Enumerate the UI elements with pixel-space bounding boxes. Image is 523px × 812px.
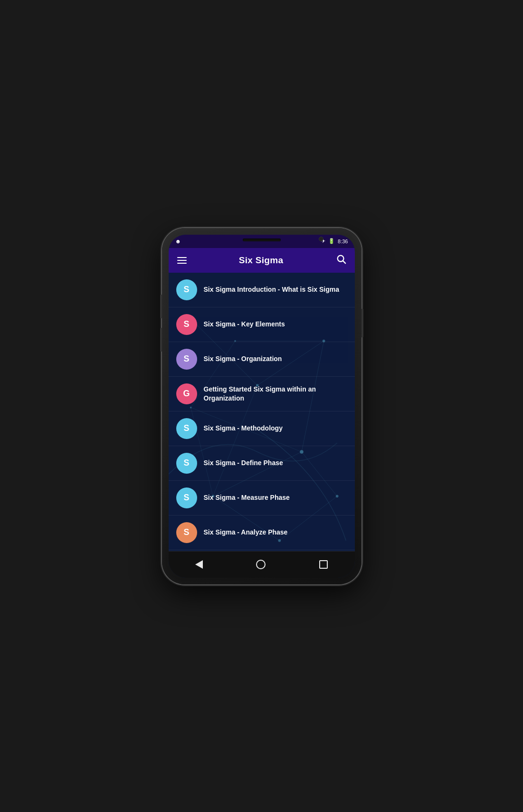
menu-line-3 bbox=[177, 263, 187, 264]
avatar: S bbox=[176, 453, 197, 474]
list-item[interactable]: SSix Sigma - Define Phase bbox=[169, 446, 355, 481]
time-display: 8:36 bbox=[338, 239, 348, 244]
list-item[interactable]: SSix Sigma - Methodology bbox=[169, 411, 355, 446]
menu-line-1 bbox=[177, 257, 187, 258]
list-item[interactable]: SSix Sigma - Key Elements bbox=[169, 307, 355, 342]
item-title: Six Sigma - Organization bbox=[204, 354, 282, 363]
avatar: G bbox=[176, 383, 197, 404]
volume-up-button[interactable] bbox=[160, 295, 162, 318]
content-area: SSix Sigma Introduction - What is Six Si… bbox=[169, 273, 355, 551]
battery-icon: 🔋 bbox=[328, 238, 335, 244]
bottom-nav bbox=[169, 551, 355, 578]
recents-button[interactable] bbox=[314, 555, 333, 573]
avatar: S bbox=[176, 522, 197, 543]
item-title: Six Sigma - Define Phase bbox=[204, 459, 283, 467]
home-icon bbox=[256, 560, 266, 569]
avatar: S bbox=[176, 279, 197, 300]
volume-down-button[interactable] bbox=[160, 328, 162, 352]
menu-line-2 bbox=[177, 260, 187, 261]
app-title: Six Sigma bbox=[189, 255, 334, 266]
app-bar: Six Sigma bbox=[169, 248, 355, 273]
item-title: Six Sigma Introduction - What is Six Sig… bbox=[204, 285, 339, 294]
avatar: S bbox=[176, 314, 197, 335]
speaker-grill bbox=[243, 239, 281, 241]
list-item[interactable]: SSix Sigma Introduction - What is Six Si… bbox=[169, 273, 355, 307]
topic-list: SSix Sigma Introduction - What is Six Si… bbox=[169, 273, 355, 551]
avatar: S bbox=[176, 418, 197, 439]
recents-icon bbox=[319, 560, 328, 569]
menu-button[interactable] bbox=[175, 255, 189, 266]
list-item[interactable]: SSix Sigma - Organization bbox=[169, 342, 355, 377]
item-title: Six Sigma - Analyze Phase bbox=[204, 528, 288, 536]
home-button[interactable] bbox=[251, 555, 270, 574]
phone-screen: ☻ ✈ 🔋 8:36 Six Sigma bbox=[169, 235, 355, 578]
power-button[interactable] bbox=[361, 309, 363, 337]
avatar: S bbox=[176, 487, 197, 508]
avatar: S bbox=[176, 349, 197, 370]
list-item[interactable]: SSix Sigma - Measure Phase bbox=[169, 481, 355, 516]
back-button[interactable] bbox=[190, 555, 208, 573]
svg-line-1 bbox=[343, 261, 345, 263]
status-bar: ☻ ✈ 🔋 8:36 bbox=[169, 235, 355, 248]
item-title: Getting Started Six Sigma within an Orga… bbox=[204, 385, 347, 402]
status-left: ☻ bbox=[175, 238, 181, 245]
item-title: Six Sigma - Measure Phase bbox=[204, 493, 290, 502]
search-button[interactable] bbox=[334, 252, 348, 268]
camera bbox=[319, 237, 323, 241]
list-item[interactable]: GGetting Started Six Sigma within an Org… bbox=[169, 377, 355, 411]
item-title: Six Sigma - Key Elements bbox=[204, 320, 285, 328]
status-right: ✈ 🔋 8:36 bbox=[321, 238, 348, 244]
back-icon bbox=[195, 560, 203, 569]
phone-frame: ☻ ✈ 🔋 8:36 Six Sigma bbox=[162, 228, 361, 584]
list-item[interactable]: SSix Sigma - Analyze Phase bbox=[169, 516, 355, 550]
android-icon: ☻ bbox=[175, 238, 181, 245]
item-title: Six Sigma - Methodology bbox=[204, 424, 283, 432]
